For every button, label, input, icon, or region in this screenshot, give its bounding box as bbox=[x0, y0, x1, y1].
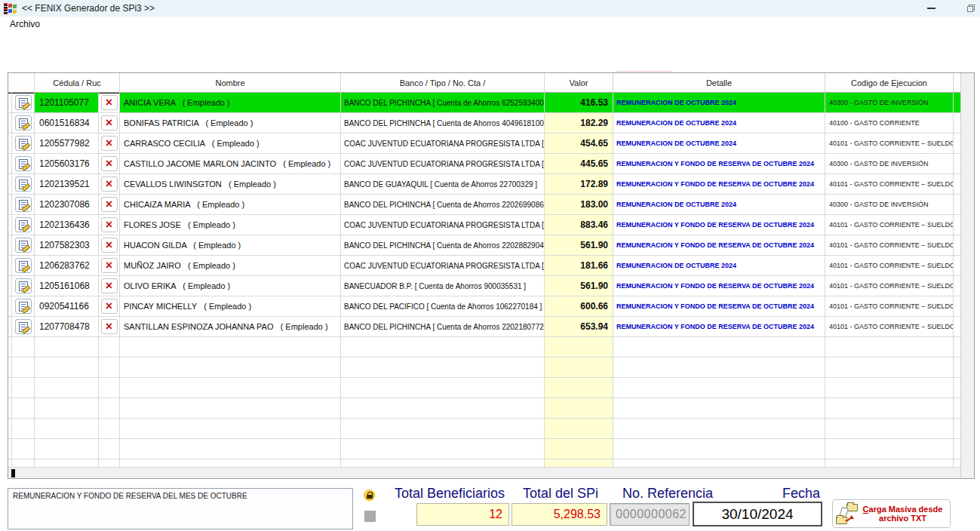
cell-detalle: REMUNERACION Y FONDO DE RESERVA DE OCTUB… bbox=[613, 296, 825, 317]
delete-record-button[interactable]: × bbox=[101, 238, 118, 253]
table-row[interactable]: 1207708478 × SANTILLAN ESPINOZA JOHANNA … bbox=[8, 317, 960, 337]
cell-valor bbox=[545, 378, 613, 398]
cell-banco: COAC JUVENTUD ECUATORIANA PROGRESISTA LT… bbox=[341, 134, 545, 154]
delete-record-button[interactable]: × bbox=[101, 156, 118, 171]
delete-x-icon: × bbox=[106, 97, 112, 109]
cell-valor bbox=[545, 337, 613, 358]
cell-detalle: REMUNERACION DE OCTUBRE 2024 bbox=[613, 113, 825, 134]
cell-valor: 182.29 bbox=[545, 113, 613, 134]
cell-codigo: 40300 - GASTO DE INVERSIÓN bbox=[825, 195, 954, 215]
cell-banco bbox=[341, 337, 545, 358]
table-row[interactable] bbox=[8, 419, 960, 439]
edit-record-button[interactable] bbox=[15, 176, 32, 192]
table-row[interactable]: 1201105077 × ANICIA VERA ( Empleado ) BA… bbox=[8, 93, 960, 113]
delete-record-button[interactable]: × bbox=[101, 95, 118, 110]
header-codigo[interactable]: Codigo de Ejecucion bbox=[825, 73, 954, 93]
edit-record-icon bbox=[19, 302, 28, 312]
edit-record-button[interactable] bbox=[15, 136, 32, 151]
delete-record-button[interactable]: × bbox=[101, 319, 118, 334]
edit-record-button[interactable] bbox=[15, 319, 32, 334]
cell-cedula: 0920541166 bbox=[35, 296, 99, 317]
delete-record-button[interactable]: × bbox=[101, 299, 118, 314]
edit-record-button[interactable] bbox=[15, 238, 32, 253]
cell-valor: 561.90 bbox=[545, 235, 613, 256]
menu-archivo[interactable]: Archivo bbox=[7, 18, 43, 30]
table-row[interactable]: 1207582303 × HUACON GILDA ( Empleado ) B… bbox=[8, 235, 960, 256]
table-row[interactable]: 1205577982 × CARRASCO CECILIA ( Empleado… bbox=[8, 134, 960, 154]
header-banco[interactable]: Banco / Tipo / No. Cta / bbox=[341, 73, 545, 93]
cell-cedula bbox=[35, 398, 99, 419]
delete-record-button[interactable]: × bbox=[101, 217, 118, 232]
fecha-input[interactable]: 30/10/2024 bbox=[693, 502, 822, 526]
edit-record-button[interactable] bbox=[15, 299, 32, 314]
edit-record-icon bbox=[19, 200, 28, 210]
delete-record-button[interactable]: × bbox=[101, 176, 118, 192]
table-row[interactable] bbox=[8, 358, 960, 378]
cell-nombre bbox=[120, 439, 341, 459]
row-delete-cell bbox=[99, 358, 120, 378]
edit-record-icon bbox=[19, 118, 28, 128]
cell-codigo bbox=[825, 419, 954, 439]
table-row[interactable]: 1205603176 × CASTILLO JACOME MARLON JACI… bbox=[8, 154, 960, 174]
horizontal-scrollbar-thumb[interactable] bbox=[11, 469, 15, 477]
table-row[interactable]: 0601516834 × BONIFAS PATRICIA ( Empleado… bbox=[8, 113, 960, 134]
table-row[interactable]: 1202307086 × CHICAIZA MARIA ( Empleado )… bbox=[8, 195, 960, 215]
table-row[interactable] bbox=[8, 459, 960, 467]
cell-nombre bbox=[120, 358, 341, 378]
edit-record-button[interactable] bbox=[15, 278, 32, 293]
minimize-icon bbox=[927, 8, 935, 9]
cell-detalle bbox=[613, 358, 825, 378]
cell-nombre: FLORES JOSE ( Empleado ) bbox=[120, 215, 341, 235]
table-row[interactable]: 1202136436 × FLORES JOSE ( Empleado ) CO… bbox=[8, 215, 960, 235]
delete-record-button[interactable]: × bbox=[101, 115, 118, 130]
cell-banco: BANCO DEL PICHINCHA [ Cuenta de Ahorros … bbox=[341, 317, 545, 337]
delete-record-button[interactable]: × bbox=[101, 278, 118, 293]
table-row[interactable] bbox=[8, 439, 960, 459]
carga-masiva-button[interactable]: Carga Masiva desde archivo TXT bbox=[832, 499, 951, 528]
delete-record-button[interactable]: × bbox=[101, 136, 118, 151]
delete-record-button[interactable]: × bbox=[101, 197, 118, 212]
row-delete-cell bbox=[99, 398, 120, 419]
cell-valor: 181.66 bbox=[545, 256, 613, 276]
cell-codigo bbox=[825, 459, 954, 467]
cell-banco bbox=[341, 459, 545, 467]
cell-codigo: 40101 - GASTO CORRIENTE – SUELDOS bbox=[825, 317, 954, 337]
table-row[interactable]: 1202139521 × CEVALLOS LIWINSGTON ( Emple… bbox=[8, 174, 960, 195]
header-detalle[interactable]: Detalle bbox=[613, 73, 825, 93]
edit-record-button[interactable] bbox=[15, 197, 32, 212]
edit-record-button[interactable] bbox=[15, 258, 32, 273]
row-delete-cell bbox=[99, 439, 120, 459]
edit-record-button[interactable] bbox=[15, 115, 32, 130]
cell-spacer bbox=[954, 256, 960, 276]
table-row[interactable] bbox=[8, 378, 960, 398]
header-valor[interactable]: Valor bbox=[545, 73, 613, 93]
header-nombre[interactable]: Nombre bbox=[120, 73, 341, 93]
cell-detalle: REMUNERACION Y FONDO DE RESERVA DE OCTUB… bbox=[613, 154, 825, 174]
horizontal-scrollbar[interactable] bbox=[8, 467, 960, 478]
edit-record-button[interactable] bbox=[15, 156, 32, 171]
table-row[interactable]: 1205161068 × OLIVO ERIKA ( Empleado ) BA… bbox=[8, 276, 960, 296]
cell-banco bbox=[341, 439, 545, 459]
delete-record-button[interactable]: × bbox=[101, 258, 118, 273]
edit-record-button[interactable] bbox=[15, 95, 32, 110]
cell-cedula: 1207582303 bbox=[35, 235, 99, 256]
edit-record-button[interactable] bbox=[15, 217, 32, 232]
total-spi-label: Total del SPi bbox=[518, 486, 603, 502]
table-row[interactable]: 0920541166 × PINCAY MICHELLY ( Empleado … bbox=[8, 296, 960, 317]
table-row[interactable]: 1206283762 × MUÑOZ JAIRO ( Empleado ) CO… bbox=[8, 256, 960, 276]
minimize-button[interactable] bbox=[918, 0, 944, 17]
table-row[interactable] bbox=[8, 337, 960, 358]
restore-button[interactable] bbox=[958, 0, 980, 17]
cell-detalle: REMUNERACION DE OCTUBRE 2024 bbox=[613, 195, 825, 215]
cell-codigo bbox=[825, 398, 954, 419]
cell-nombre: HUACON GILDA ( Empleado ) bbox=[120, 235, 341, 256]
delete-x-icon: × bbox=[106, 158, 112, 170]
row-edit-cell bbox=[12, 459, 35, 467]
header-cedula[interactable]: Cédula / Ruc bbox=[35, 73, 120, 93]
row-delete-cell: × bbox=[99, 215, 120, 235]
vertical-scrollbar[interactable] bbox=[960, 73, 974, 478]
table-row[interactable] bbox=[8, 398, 960, 419]
cell-banco: COAC JUVENTUD ECUATORIANA PROGRESISTA LT… bbox=[341, 256, 545, 276]
comment-field[interactable]: REMUNERACION Y FONDO DE RESERVA DEL MES … bbox=[8, 488, 353, 529]
delete-x-icon: × bbox=[106, 198, 112, 210]
